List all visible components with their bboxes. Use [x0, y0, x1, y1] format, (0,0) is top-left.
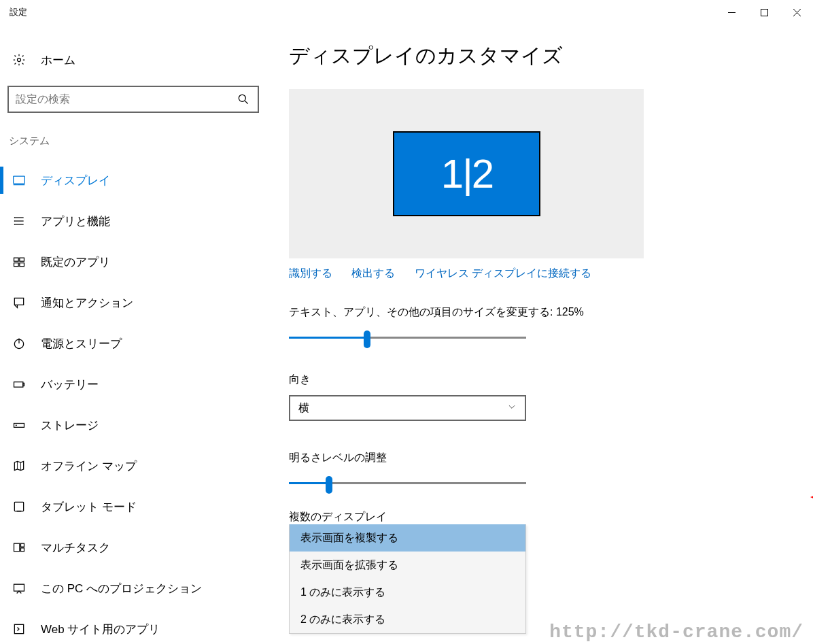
svg-rect-24: [14, 424, 24, 428]
svg-rect-7: [14, 176, 25, 184]
titlebar: 設定: [0, 0, 813, 24]
sidebar-item-label: ストレージ: [41, 418, 99, 433]
web-apps-icon: [12, 622, 27, 637]
sidebar-item-battery[interactable]: バッテリー: [0, 364, 269, 405]
slider-thumb[interactable]: [326, 476, 332, 494]
detect-link[interactable]: 検出する: [351, 267, 395, 279]
sidebar-item-label: バッテリー: [41, 377, 99, 392]
nav-list: ディスプレイ アプリと機能 既定のアプリ 通知とアクション 電源とスリープ バッ…: [0, 148, 269, 644]
dropdown-option[interactable]: 2 のみに表示する: [290, 606, 525, 633]
svg-rect-15: [14, 258, 19, 261]
svg-rect-19: [14, 298, 23, 305]
watermark: http://tkd-crane.com/: [549, 622, 803, 643]
sidebar-item-projection[interactable]: この PC へのプロジェクション: [0, 568, 269, 609]
svg-point-14: [14, 224, 15, 225]
svg-point-5: [239, 95, 245, 101]
sidebar-item-label: アプリと機能: [41, 214, 110, 229]
monitor-divider: |: [462, 150, 470, 197]
battery-icon: [12, 377, 27, 392]
svg-point-4: [18, 58, 21, 62]
display-actions: 識別する 検出する ワイヤレス ディスプレイに接続する: [289, 258, 813, 281]
svg-rect-32: [21, 548, 24, 552]
search-box[interactable]: [7, 86, 259, 113]
orientation-value: 横: [298, 401, 309, 416]
chevron-down-icon: [507, 402, 517, 414]
svg-point-12: [14, 218, 15, 218]
sidebar-item-maps[interactable]: オフライン マップ: [0, 445, 269, 486]
sidebar-item-label: 通知とアクション: [41, 295, 133, 311]
sidebar-item-storage[interactable]: ストレージ: [0, 405, 269, 445]
brightness-slider[interactable]: [289, 475, 526, 494]
orientation-select[interactable]: 横: [289, 395, 526, 421]
sidebar-item-apps[interactable]: アプリと機能: [0, 201, 269, 241]
svg-point-25: [16, 425, 16, 426]
notifications-icon: [12, 295, 27, 310]
sidebar-item-multitask[interactable]: マルチタスク: [0, 527, 269, 568]
dropdown-option[interactable]: 表示画面を拡張する: [290, 552, 525, 579]
identify-link[interactable]: 識別する: [289, 267, 332, 279]
close-button[interactable]: [780, 0, 813, 24]
window-controls: [715, 0, 813, 24]
svg-rect-16: [20, 258, 24, 261]
gear-icon: [12, 52, 27, 67]
svg-rect-18: [20, 263, 24, 267]
home-button[interactable]: ホーム: [0, 45, 269, 75]
svg-rect-23: [23, 383, 24, 386]
slider-thumb[interactable]: [364, 331, 370, 348]
display-arrangement[interactable]: 1|2: [289, 89, 644, 258]
home-label: ホーム: [41, 52, 75, 68]
brightness-label: 明るさレベルの調整: [289, 451, 813, 465]
display-icon: [12, 173, 27, 188]
svg-line-6: [245, 101, 248, 104]
sidebar-item-label: Web サイト用のアプリ: [41, 622, 160, 637]
sidebar-item-label: タブレット モード: [41, 499, 137, 515]
sidebar-item-label: マルチタスク: [41, 540, 110, 556]
sidebar-item-display[interactable]: ディスプレイ: [0, 160, 269, 201]
search-icon: [236, 92, 251, 107]
defaults-icon: [12, 254, 27, 269]
svg-marker-36: [810, 488, 813, 506]
orientation-label: 向き: [289, 373, 813, 387]
svg-rect-1: [761, 9, 767, 16]
apps-icon: [12, 214, 27, 228]
svg-rect-30: [14, 543, 20, 552]
svg-rect-17: [14, 263, 19, 267]
svg-point-13: [14, 221, 15, 222]
sidebar-item-label: 電源とスリープ: [41, 336, 122, 352]
storage-icon: [12, 418, 27, 433]
search-input[interactable]: [16, 93, 236, 105]
page-title: ディスプレイのカスタマイズ: [289, 42, 813, 70]
scale-slider[interactable]: [289, 329, 526, 348]
content-pane: ディスプレイのカスタマイズ 1|2 識別する 検出する ワイヤレス ディスプレイ…: [269, 24, 813, 644]
minimize-button[interactable]: [715, 0, 748, 24]
sidebar-item-tablet[interactable]: タブレット モード: [0, 486, 269, 527]
tablet-icon: [12, 499, 27, 514]
window-title: 設定: [10, 6, 27, 18]
sidebar-item-notifications[interactable]: 通知とアクション: [0, 282, 269, 323]
sidebar-item-power[interactable]: 電源とスリープ: [0, 323, 269, 364]
svg-rect-22: [14, 382, 23, 388]
sidebar-item-label: この PC へのプロジェクション: [41, 581, 202, 596]
svg-rect-28: [14, 502, 23, 511]
multi-display-label: 複数のディスプレイ: [289, 510, 813, 524]
svg-rect-31: [21, 543, 24, 547]
projection-icon: [12, 581, 27, 596]
dropdown-option[interactable]: 表示画面を複製する: [290, 524, 525, 552]
monitor-tile[interactable]: 1|2: [393, 131, 540, 216]
wireless-link[interactable]: ワイヤレス ディスプレイに接続する: [415, 267, 591, 279]
sidebar-item-web-apps[interactable]: Web サイト用のアプリ: [0, 609, 269, 644]
maximize-button[interactable]: [748, 0, 780, 24]
dropdown-option[interactable]: 1 のみに表示する: [290, 579, 525, 606]
map-icon: [12, 458, 27, 473]
sidebar-item-defaults[interactable]: 既定のアプリ: [0, 241, 269, 282]
multi-display-dropdown[interactable]: 表示画面を複製する 表示画面を拡張する 1 のみに表示する 2 のみに表示する: [289, 524, 526, 634]
monitor-left-id: 1: [441, 150, 461, 197]
annotation-arrow: [810, 487, 813, 507]
sidebar: ホーム システム ディスプレイ アプリと機能 既定のアプリ: [0, 24, 269, 644]
sidebar-item-label: 既定のアプリ: [41, 254, 110, 270]
scale-label: テキスト、アプリ、その他の項目のサイズを変更する: 125%: [289, 305, 813, 320]
monitor-right-id: 2: [472, 150, 491, 197]
sidebar-item-label: ディスプレイ: [41, 173, 110, 188]
multitask-icon: [12, 540, 27, 555]
power-icon: [12, 336, 27, 351]
